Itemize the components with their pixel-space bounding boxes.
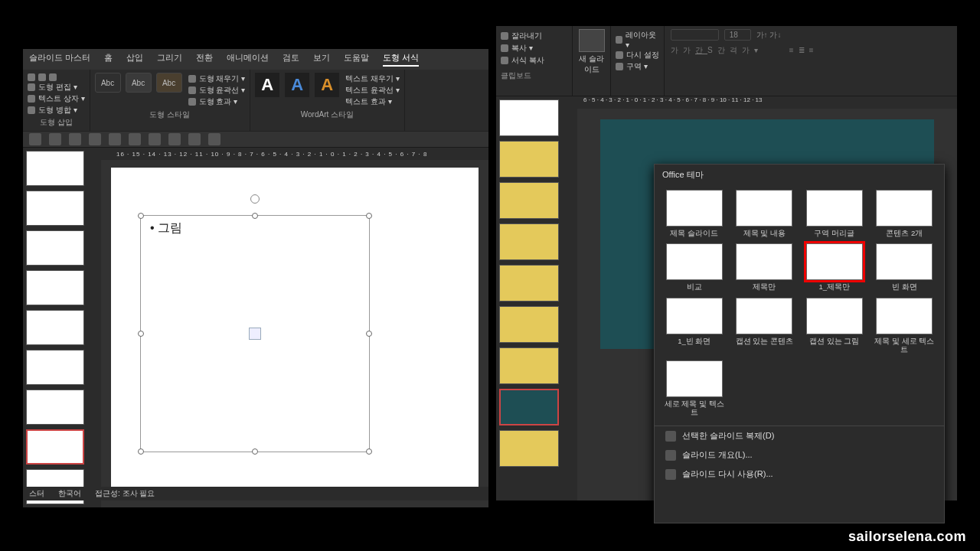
qat-icon[interactable] bbox=[89, 133, 101, 145]
resize-handle[interactable] bbox=[366, 331, 372, 337]
section-button[interactable]: 구역 ▾ bbox=[616, 61, 659, 72]
picture-icon[interactable] bbox=[249, 328, 261, 340]
layout-option[interactable]: 제목 슬라이드 bbox=[662, 190, 727, 237]
status-language[interactable]: 한국어 bbox=[58, 488, 81, 499]
menu-transition[interactable]: 전환 bbox=[196, 52, 213, 67]
resize-handle[interactable] bbox=[252, 213, 258, 219]
new-slide-button[interactable]: 새 슬라이드 bbox=[573, 26, 611, 96]
style-preset-1[interactable]: Abc bbox=[95, 73, 121, 93]
layout-option[interactable]: 1_빈 화면 bbox=[662, 298, 727, 354]
align-icon[interactable]: ≡ bbox=[809, 46, 818, 54]
text-effects-button[interactable]: 텍스트 효과 ▾ bbox=[345, 96, 400, 107]
thumb[interactable] bbox=[499, 265, 559, 302]
resize-handle[interactable] bbox=[252, 448, 258, 455]
shape-style-gallery[interactable]: Abc Abc Abc bbox=[95, 73, 182, 108]
resize-handle[interactable] bbox=[138, 331, 144, 337]
format-painter-button[interactable]: 서식 복사 bbox=[501, 55, 567, 66]
layout-option[interactable]: 캡션 있는 콘텐츠 bbox=[733, 298, 797, 354]
reset-button[interactable]: 다시 설정 bbox=[616, 50, 659, 60]
resize-handle[interactable] bbox=[138, 448, 144, 455]
italic-button[interactable]: 가 bbox=[683, 46, 695, 54]
slide[interactable]: • 그림 bbox=[111, 168, 479, 497]
style-preset-3[interactable]: Abc bbox=[156, 73, 182, 93]
thumb[interactable] bbox=[26, 390, 84, 425]
slide-thumbnail-pane[interactable] bbox=[23, 148, 89, 507]
resize-handle[interactable] bbox=[138, 213, 144, 219]
qat-icon[interactable] bbox=[109, 133, 121, 145]
thumb[interactable] bbox=[26, 350, 84, 385]
menu-view[interactable]: 보기 bbox=[313, 52, 330, 67]
qat-icon[interactable] bbox=[69, 133, 81, 145]
bullets-icon[interactable]: ≡ bbox=[789, 46, 799, 54]
layout-option[interactable]: 빈 화면 bbox=[873, 243, 937, 291]
qat-icon[interactable] bbox=[29, 133, 41, 145]
textbox-button[interactable]: 텍스트 상자 ▾ bbox=[28, 93, 85, 104]
menu-draw[interactable]: 그리기 bbox=[157, 52, 182, 67]
shape-fill-button[interactable]: 도형 채우기 ▾ bbox=[188, 73, 246, 84]
layout-button[interactable]: 레이아웃 ▾ bbox=[616, 30, 659, 49]
thumb[interactable] bbox=[499, 223, 559, 260]
slide-outline-item[interactable]: 슬라이드 개요(L)... bbox=[655, 445, 944, 465]
thumb[interactable] bbox=[26, 230, 84, 266]
layout-option[interactable]: 캡션 있는 그림 bbox=[802, 298, 867, 354]
shapes-gallery-icon[interactable] bbox=[28, 73, 85, 81]
menu-help[interactable]: 도움말 bbox=[344, 52, 369, 67]
underline-button[interactable]: 간 bbox=[695, 46, 707, 54]
slide-canvas[interactable]: • 그림 bbox=[101, 160, 488, 507]
wordart-preset-2[interactable]: A bbox=[285, 73, 309, 97]
thumb[interactable] bbox=[499, 430, 559, 467]
right-thumbnail-pane[interactable] bbox=[496, 96, 564, 500]
status-accessibility[interactable]: 접근성: 조사 필요 bbox=[95, 488, 155, 499]
shape-effects-button[interactable]: 도형 효과 ▾ bbox=[188, 96, 246, 107]
reuse-slides-item[interactable]: 슬라이드 다시 사용(R)... bbox=[655, 465, 944, 484]
thumb[interactable] bbox=[26, 191, 84, 226]
strike-button[interactable]: S bbox=[707, 46, 717, 54]
text-fill-button[interactable]: 텍스트 채우기 ▾ bbox=[345, 73, 400, 84]
menu-shape-format[interactable]: 도형 서식 bbox=[383, 52, 419, 67]
thumb[interactable] bbox=[499, 347, 559, 384]
menu-insert[interactable]: 삽입 bbox=[126, 52, 143, 67]
decrease-font-icon[interactable]: 가↓ bbox=[769, 31, 781, 39]
qat-icon[interactable] bbox=[168, 133, 181, 145]
duplicate-slides-item[interactable]: 선택한 슬라이드 복제(D) bbox=[655, 426, 944, 445]
layout-option[interactable]: 제목 및 내용 bbox=[733, 190, 797, 237]
qat-icon[interactable] bbox=[129, 133, 141, 145]
shape-outline-button[interactable]: 도형 윤곽선 ▾ bbox=[188, 85, 246, 96]
thumb-selected[interactable] bbox=[499, 389, 559, 425]
wordart-preset-1[interactable]: A bbox=[255, 73, 279, 97]
rotate-handle[interactable] bbox=[250, 194, 260, 204]
layout-option[interactable]: 제목만 bbox=[733, 243, 797, 291]
wordart-gallery[interactable]: A A A bbox=[255, 73, 339, 108]
edit-shape-button[interactable]: 도형 편집 ▾ bbox=[28, 82, 85, 93]
merge-shapes-button[interactable]: 도형 병합 ▾ bbox=[28, 105, 85, 116]
right-canvas[interactable]: 6 · 5 · 4 · 3 · 2 · 1 · 0 · 1 · 2 · 3 · … bbox=[577, 96, 957, 500]
font-color-button[interactable]: 가▾ bbox=[742, 46, 763, 54]
qat-icon[interactable] bbox=[188, 133, 201, 145]
copy-button[interactable]: 복사 ▾ bbox=[501, 43, 567, 54]
thumb-selected[interactable] bbox=[26, 429, 84, 465]
thumb[interactable] bbox=[499, 306, 559, 343]
numbering-icon[interactable]: ≣ bbox=[799, 46, 809, 54]
layout-option[interactable]: 비교 bbox=[662, 243, 727, 291]
thumb[interactable] bbox=[26, 270, 84, 305]
wordart-preset-3[interactable]: A bbox=[315, 73, 339, 97]
menu-home[interactable]: 홈 bbox=[104, 52, 113, 67]
resize-handle[interactable] bbox=[366, 213, 372, 219]
increase-font-icon[interactable]: 가↑ bbox=[756, 31, 768, 39]
layout-option[interactable]: 세로 제목 및 텍스트 bbox=[662, 360, 727, 417]
thumb[interactable] bbox=[499, 141, 559, 178]
spacing-button[interactable]: 간격 bbox=[717, 46, 742, 54]
layout-option[interactable]: 제목 및 세로 텍스트 bbox=[873, 298, 937, 354]
resize-handle[interactable] bbox=[366, 448, 372, 455]
selected-placeholder[interactable]: • 그림 bbox=[140, 215, 370, 452]
qat-icon[interactable] bbox=[208, 133, 220, 145]
cut-button[interactable]: 잘라내기 bbox=[501, 31, 567, 41]
qat-icon[interactable] bbox=[149, 133, 161, 145]
menu-review[interactable]: 검토 bbox=[283, 52, 299, 67]
menu-slidemaster[interactable]: 슬라이드 마스터 bbox=[29, 52, 90, 67]
layout-option[interactable]: 1_제목만 bbox=[802, 243, 867, 291]
font-family-dropdown[interactable] bbox=[671, 29, 719, 41]
thumb[interactable] bbox=[26, 151, 84, 186]
font-size-dropdown[interactable]: 18 bbox=[724, 29, 751, 41]
menu-animation[interactable]: 애니메이션 bbox=[227, 52, 269, 67]
